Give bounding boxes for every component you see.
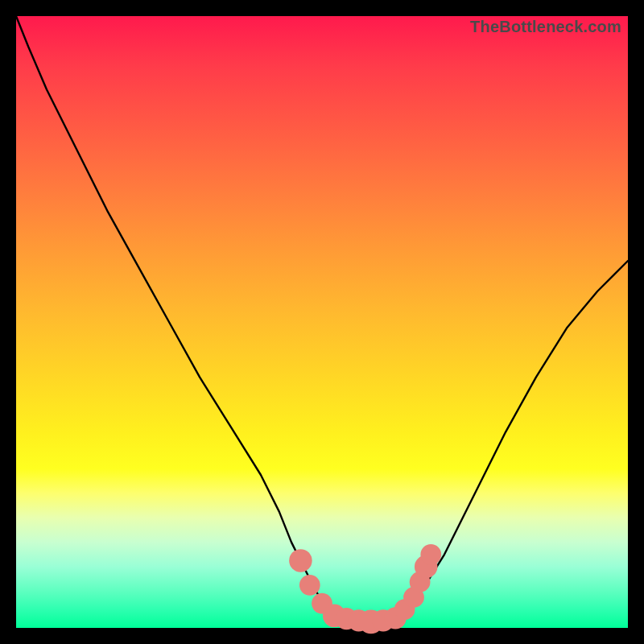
curve-marker [420,544,441,565]
bottleneck-curve-svg [16,16,628,628]
curve-marker [299,575,320,596]
bottleneck-curve-line [16,16,628,621]
curve-marker-group [289,544,441,634]
curve-marker [289,549,312,572]
watermark-text: TheBottleneck.com [470,18,621,36]
chart-frame: TheBottleneck.com [16,16,628,628]
